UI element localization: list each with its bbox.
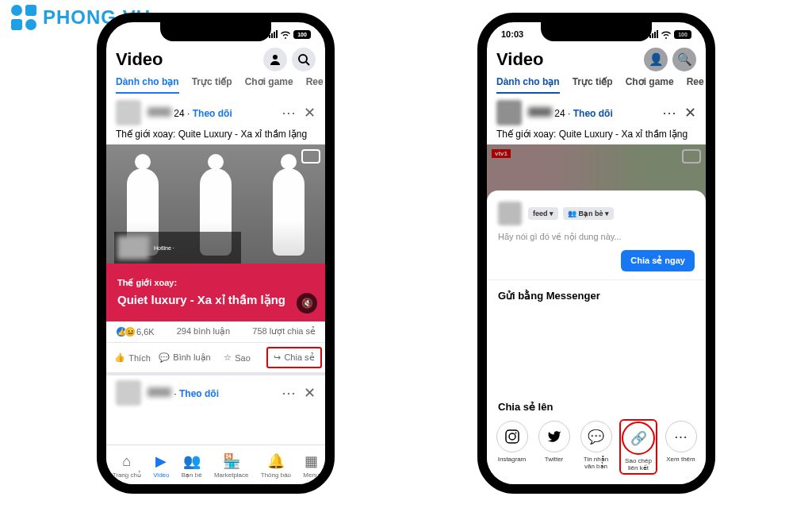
- post-stats: 👍 😆 6,6K 294 bình luận 758 lượt chia sẻ: [106, 321, 325, 342]
- nav-menu[interactable]: ▦Menu: [303, 452, 319, 479]
- message-icon: 💬: [580, 421, 612, 452]
- bell-icon: 🔔: [267, 452, 285, 470]
- clock: 10:03: [501, 29, 523, 39]
- friends-icon: 👥: [183, 452, 201, 470]
- profile-icon[interactable]: [263, 48, 287, 71]
- channel-badge: vtv1: [492, 149, 511, 158]
- share-icon: ↪: [274, 352, 281, 363]
- battery-icon: 100: [293, 30, 311, 39]
- mute-icon[interactable]: 🔇: [297, 293, 317, 314]
- notch: [541, 22, 652, 41]
- page-name-blurred: [147, 107, 171, 117]
- more-icon: ⋯: [665, 421, 697, 452]
- more-icon[interactable]: ⋯: [282, 104, 296, 121]
- share-to-title: Chia sẻ lên: [487, 391, 706, 414]
- video-overlay: Hotline ·: [114, 232, 241, 264]
- share-count[interactable]: 758 lượt chia sẻ: [252, 326, 316, 337]
- share-sheet: feed ▾ 👥 Bạn bè ▾ Hãy nói gì đó về nội d…: [487, 190, 706, 484]
- search-icon[interactable]: 🔍: [672, 48, 696, 71]
- audience-selector[interactable]: 👥 Bạn bè ▾: [563, 207, 614, 220]
- twitter-icon: [538, 421, 570, 452]
- phone-left: 100 Video Dành cho bạn Trực tiếp Chơi ga…: [97, 13, 335, 494]
- nav-notifications[interactable]: 🔔Thông báo: [261, 452, 291, 479]
- tab-reels[interactable]: Ree: [306, 76, 324, 94]
- share-instagram[interactable]: Instagram: [495, 421, 529, 473]
- home-icon: ⌂: [122, 453, 131, 470]
- like-button[interactable]: 👍Thích: [106, 346, 159, 369]
- tab-live[interactable]: Trực tiếp: [192, 76, 232, 94]
- close-icon[interactable]: ✕: [304, 384, 316, 402]
- messenger-contacts: [487, 303, 706, 391]
- svg-point-5: [515, 433, 516, 434]
- share-button[interactable]: ↪Chia sẻ: [266, 347, 322, 368]
- store-icon: 🏪: [223, 452, 240, 470]
- pip-icon[interactable]: [301, 149, 320, 164]
- close-icon[interactable]: ✕: [304, 104, 316, 121]
- video-title-card: Thế giới xoay: Quiet luxury - Xa xỉ thầm…: [106, 264, 325, 321]
- nav-friends[interactable]: 👥Bạn bè: [182, 452, 202, 479]
- post-actions: 👍Thích 💬Bình luận ☆Sao ↪Chia sẻ: [106, 342, 325, 372]
- avatar[interactable]: [116, 100, 141, 125]
- video-tabs: Dành cho bạn Trực tiếp Chơi game Ree: [106, 71, 325, 94]
- tab-gaming[interactable]: Chơi game: [245, 76, 293, 94]
- share-now-button[interactable]: Chia sẻ ngay: [621, 250, 695, 271]
- search-icon[interactable]: [292, 48, 316, 71]
- page-title: Video: [116, 49, 163, 70]
- avatar[interactable]: [498, 202, 522, 225]
- compose-placeholder[interactable]: Hãy nói gì đó về nội dung này...: [498, 232, 695, 242]
- notch: [160, 22, 271, 41]
- video-icon: ▶: [155, 452, 167, 470]
- share-copy-link[interactable]: 🔗 Sao chép liên kết: [621, 421, 656, 473]
- comment-button[interactable]: 💬Bình luận: [159, 346, 211, 369]
- avatar[interactable]: [116, 380, 141, 406]
- post-header: 24 · Theo dõi ⋯ ✕: [106, 94, 325, 129]
- menu-icon: ▦: [304, 452, 318, 470]
- svg-point-0: [273, 55, 278, 60]
- next-post-header: · Theo dõi ⋯✕: [106, 372, 325, 410]
- post-caption: Thế giới xoay: Quite Luxury - Xa xỉ thầm…: [106, 129, 325, 144]
- more-icon[interactable]: ⋯: [282, 384, 296, 402]
- share-options: Instagram Twitter 💬 Tin nhắn văn bản 🔗 S…: [487, 414, 706, 484]
- profile-icon[interactable]: 👤: [644, 48, 668, 71]
- page-header: Video: [106, 46, 325, 71]
- share-twitter[interactable]: Twitter: [537, 421, 571, 473]
- comment-icon: 💬: [159, 352, 170, 363]
- messenger-section-title: Gửi bằng Messenger: [487, 280, 706, 303]
- star-icon: ☆: [224, 352, 232, 363]
- share-sms[interactable]: 💬 Tin nhắn văn bản: [579, 421, 613, 473]
- like-icon: 👍: [114, 352, 125, 363]
- battery-icon: 100: [674, 30, 691, 39]
- link-icon: 🔗: [622, 422, 654, 454]
- svg-line-2: [306, 62, 309, 65]
- tab-for-you[interactable]: Dành cho bạn: [116, 76, 179, 94]
- pip-icon[interactable]: [682, 149, 701, 164]
- phone-right: 10:03 100 Video 👤 🔍 Dành cho bạn Trực ti…: [477, 13, 715, 494]
- svg-point-1: [299, 55, 307, 63]
- instagram-icon: [496, 421, 528, 452]
- wifi-icon: [661, 30, 672, 39]
- follow-link[interactable]: Theo dõi: [193, 108, 232, 119]
- share-more[interactable]: ⋯ Xem thêm: [664, 421, 698, 473]
- wifi-icon: [280, 30, 291, 39]
- logo-mark: [11, 5, 36, 30]
- reaction-count[interactable]: 6,6K: [136, 327, 155, 337]
- reaction-icons: 👍 😆: [116, 326, 133, 337]
- bottom-nav: ⌂Trang chủ ▶Video 👥Bạn bè 🏪Marketplace 🔔…: [106, 444, 325, 484]
- feed-selector[interactable]: feed ▾: [528, 207, 558, 220]
- nav-home[interactable]: ⌂Trang chủ: [113, 453, 141, 479]
- nav-marketplace[interactable]: 🏪Marketplace: [214, 452, 249, 479]
- svg-point-4: [509, 433, 515, 440]
- svg-rect-3: [506, 430, 519, 443]
- comment-count[interactable]: 294 bình luận: [177, 326, 231, 337]
- star-button[interactable]: ☆Sao: [211, 346, 263, 369]
- video-player[interactable]: Hotline ·: [106, 144, 325, 264]
- compose-section: feed ▾ 👥 Bạn bè ▾ Hãy nói gì đó về nội d…: [487, 198, 706, 280]
- nav-video[interactable]: ▶Video: [153, 452, 169, 479]
